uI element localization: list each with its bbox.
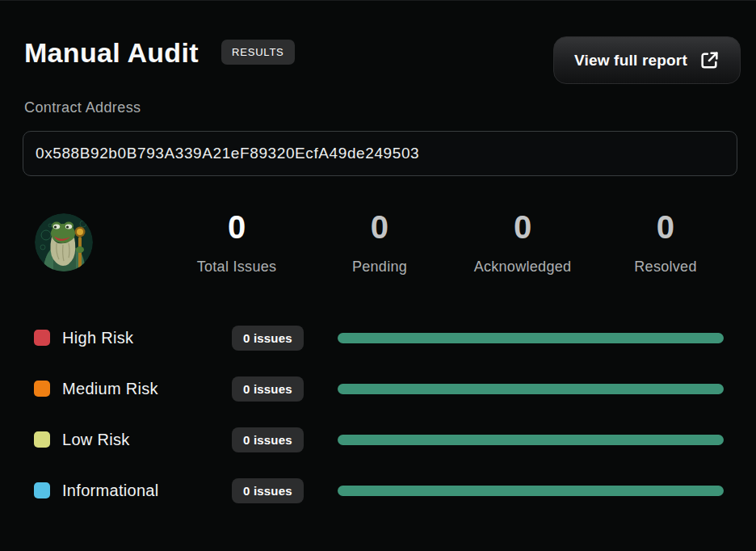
risk-breakdown: High Risk 0 issues Medium Risk 0 issues … [0,325,756,528]
stat-label: Total Issues [197,259,277,276]
results-badge: RESULTS [221,40,295,65]
risk-bar-track [338,486,724,496]
risk-bar [338,486,724,496]
view-full-report-label: View full report [574,52,687,69]
stat-value: 0 [197,208,277,246]
risk-bar-track [338,384,724,394]
view-full-report-button[interactable]: View full report [553,36,741,84]
page-title: Manual Audit [24,37,199,69]
risk-row-informational: Informational 0 issues [0,477,756,503]
issues-count-badge: 0 issues [232,326,304,351]
contract-address-label: Contract Address [24,99,141,116]
risk-label: High Risk [62,329,232,347]
risk-bar [338,435,724,445]
risk-label: Informational [62,482,232,500]
high-risk-swatch [34,330,50,346]
low-risk-swatch [34,431,50,448]
stat-value: 0 [634,208,696,246]
risk-bar [338,384,724,394]
stat-pending: 0 Pending [352,208,407,276]
risk-bar-track [338,333,724,343]
stat-value: 0 [474,208,572,246]
issues-count-badge: 0 issues [232,478,304,503]
risk-label: Medium Risk [62,380,232,398]
issues-count-badge: 0 issues [232,427,304,452]
external-link-icon [699,50,720,70]
risk-label: Low Risk [62,431,232,449]
stat-label: Pending [352,259,407,276]
risk-row-high: High Risk 0 issues [0,325,756,351]
stat-total-issues: 0 Total Issues [197,208,277,276]
stat-resolved: 0 Resolved [634,208,696,276]
risk-bar [338,333,724,343]
informational-swatch [34,482,50,498]
manual-audit-panel: Manual Audit RESULTS View full report Co… [0,0,756,551]
stat-label: Acknowledged [474,259,572,276]
risk-row-low: Low Risk 0 issues [0,427,756,452]
contract-address-input[interactable] [23,131,737,176]
stat-acknowledged: 0 Acknowledged [474,208,572,276]
stat-label: Resolved [634,259,696,276]
pepe-wizard-avatar [34,212,94,272]
issues-count-badge: 0 issues [232,376,304,402]
risk-bar-track [338,435,724,445]
stat-value: 0 [352,208,407,246]
risk-row-medium: Medium Risk 0 issues [0,376,756,402]
medium-risk-swatch [34,381,50,397]
